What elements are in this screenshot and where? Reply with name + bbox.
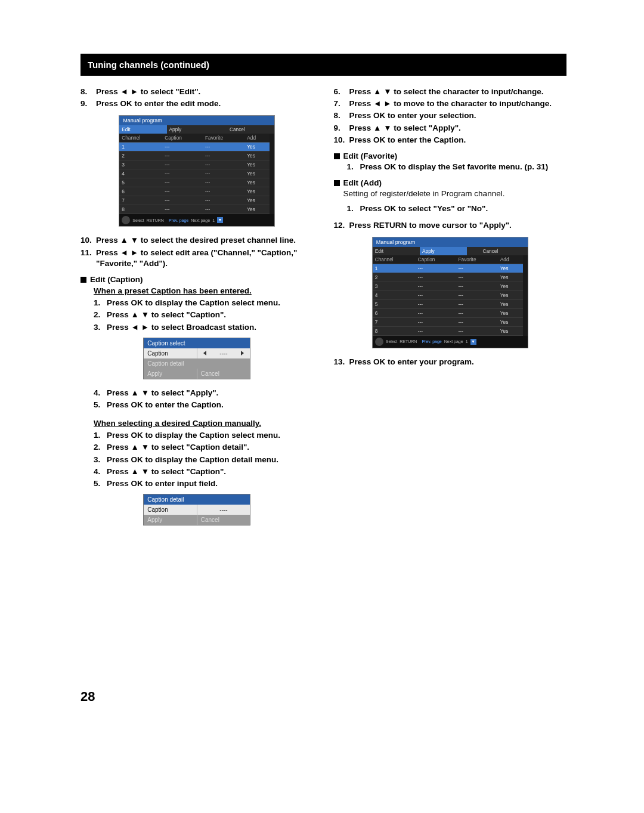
add-body: Setting of register/delete in Program ch… <box>343 188 567 199</box>
cap-b-2: 2.Press ▲ ▼ to select "Caption detail". <box>94 442 314 453</box>
table-row[interactable]: 6------Yes <box>119 187 270 196</box>
tab-apply[interactable]: Apply <box>167 125 214 134</box>
mini-row-caption[interactable]: Caption ---- <box>144 505 250 515</box>
osd-manual-program-edit: Manual program Edit Apply Cancel Channel… <box>80 115 314 227</box>
tab-edit[interactable]: Edit <box>373 247 420 255</box>
table-row[interactable]: 8------Yes <box>373 326 523 335</box>
cap-a-5: 5.Press OK to enter the Caption. <box>94 400 314 410</box>
triangle-left-icon[interactable] <box>203 351 206 356</box>
step-10r: 10.Press OK to enter the Caption. <box>334 135 567 146</box>
th-favorite: Favorite <box>456 255 498 264</box>
step-text: Press RETURN to move cursor to "Apply". <box>349 220 567 231</box>
th-add: Add <box>498 255 523 264</box>
mini-apply[interactable]: Apply <box>144 515 197 525</box>
th-channel: Channel <box>119 134 162 143</box>
square-bullet-icon <box>80 277 86 283</box>
table-row[interactable]: 6------Yes <box>373 308 523 317</box>
underline-preset: When a preset Caption has been entered. <box>94 286 314 295</box>
osd-manual-program-apply: Manual program Edit Apply Cancel Channel… <box>334 237 567 348</box>
heading-edit-add: Edit (Add) <box>334 178 567 187</box>
mini-row-caption[interactable]: Caption ---- <box>144 348 250 358</box>
step-7: 7.Press ◄ ► to move to the character to … <box>334 98 567 109</box>
fav-1: 1.Press OK to display the Set favorite m… <box>347 162 567 172</box>
table-row[interactable]: 4------Yes <box>119 169 270 178</box>
mini-label: Caption detail <box>144 358 250 369</box>
mini-cancel[interactable]: Cancel <box>197 515 250 525</box>
table-row[interactable]: 3------Yes <box>373 282 523 290</box>
footer-select: Select <box>132 218 144 222</box>
th-caption: Caption <box>162 134 203 143</box>
triangle-right-icon[interactable] <box>241 351 244 356</box>
underline-manual: When selecting a desired Caption manuall… <box>94 419 314 428</box>
page-number: 28 <box>80 689 566 704</box>
page: Tuning channels (continued) 8. Press ◄ ►… <box>0 0 644 740</box>
left-column: 8. Press ◄ ► to select "Edit". 9. Press … <box>80 85 314 534</box>
table-row[interactable]: 2------Yes <box>373 273 523 282</box>
two-columns: 8. Press ◄ ► to select "Edit". 9. Press … <box>80 85 566 534</box>
step-text: Press ▲ ▼ to select the desired preset c… <box>96 235 314 246</box>
tab-cancel[interactable]: Cancel <box>481 247 528 255</box>
mini-row-actions: Apply Cancel <box>144 369 250 379</box>
osd-title: Manual program <box>373 237 528 247</box>
mini-value[interactable]: ---- <box>197 505 250 515</box>
footer-return: RETURN <box>400 339 417 344</box>
mini-value[interactable]: ---- <box>197 348 250 358</box>
osd-table: Channel Caption Favorite Add 1------Yes … <box>119 134 270 214</box>
heading-edit-caption: Edit (Caption) <box>80 275 314 284</box>
osd-caption-select: Caption select Caption ---- Caption deta… <box>80 338 314 379</box>
table-row[interactable]: 7------Yes <box>373 317 523 326</box>
mini-cancel[interactable]: Cancel <box>197 369 250 379</box>
osd-footer: Select RETURN Prev. page Next page 1 ▼ <box>119 214 274 226</box>
footer-prev: Prev. page <box>169 218 188 222</box>
cap-a-4: 4.Press ▲ ▼ to select "Apply". <box>94 388 314 398</box>
step-text: Press ◄ ► to select "Edit". <box>96 86 314 97</box>
table-row[interactable]: 3------Yes <box>119 160 270 169</box>
step-text: Press OK to enter the edit mode. <box>96 98 314 109</box>
table-row[interactable]: 1------Yes <box>119 143 270 152</box>
mini-apply[interactable]: Apply <box>144 369 197 379</box>
tab-cancel[interactable]: Cancel <box>227 125 274 134</box>
scrollbar[interactable] <box>523 255 528 336</box>
cap-b-5: 5.Press OK to enter input field. <box>94 478 314 489</box>
mini-row-detail[interactable]: Caption detail <box>144 358 250 369</box>
step-number: 13. <box>334 357 349 367</box>
step-number: 8. <box>80 86 96 97</box>
step-number: 11. <box>80 248 96 269</box>
step-8: 8. Press ◄ ► to select "Edit". <box>80 86 314 97</box>
osd-footer: Select RETURN Prev. page Next page 1 ▼ <box>373 336 528 348</box>
step-number: 12. <box>334 220 349 231</box>
cap-a-1: 1.Press OK to display the Caption select… <box>94 298 314 308</box>
osd-tabs: Edit Apply Cancel <box>119 125 274 134</box>
osd-title: Manual program <box>119 116 274 125</box>
table-row[interactable]: 5------Yes <box>373 299 523 308</box>
table-row[interactable]: 5------Yes <box>119 178 270 187</box>
mini-title: Caption select <box>144 338 250 348</box>
th-caption: Caption <box>416 255 456 264</box>
step-11: 11. Press ◄ ► to select edit area ("Chan… <box>80 248 314 269</box>
scrollbar[interactable] <box>270 134 274 214</box>
tab-apply[interactable]: Apply <box>420 247 467 255</box>
square-bullet-icon <box>334 153 340 159</box>
table-row[interactable]: 2------Yes <box>119 152 270 160</box>
right-column: 6.Press ▲ ▼ to select the character to i… <box>334 85 567 534</box>
table-row[interactable]: 7------Yes <box>119 196 270 205</box>
cap-b-1: 1.Press OK to display the Caption select… <box>94 430 314 441</box>
table-row[interactable]: 1------Yes <box>373 264 523 273</box>
section-banner: Tuning channels (continued) <box>80 54 566 76</box>
step-text: Press OK to enter your program. <box>349 357 567 367</box>
mini-title: Caption detail <box>144 494 250 505</box>
step-6: 6.Press ▲ ▼ to select the character to i… <box>334 86 567 97</box>
step-number: 9. <box>80 98 96 109</box>
step-9: 9. Press OK to enter the edit mode. <box>80 98 314 109</box>
step-10: 10. Press ▲ ▼ to select the desired pres… <box>80 235 314 246</box>
page-indicator-icon: ▼ <box>217 217 223 223</box>
th-channel: Channel <box>373 255 416 264</box>
cap-a-2: 2.Press ▲ ▼ to select "Caption". <box>94 310 314 320</box>
square-bullet-icon <box>334 180 340 186</box>
table-row[interactable]: 8------Yes <box>119 205 270 214</box>
mini-label: Caption <box>144 348 197 358</box>
step-13: 13. Press OK to enter your program. <box>334 357 567 367</box>
footer-prev: Prev. page <box>422 339 441 344</box>
tab-edit[interactable]: Edit <box>119 125 166 134</box>
table-row[interactable]: 4------Yes <box>373 290 523 299</box>
